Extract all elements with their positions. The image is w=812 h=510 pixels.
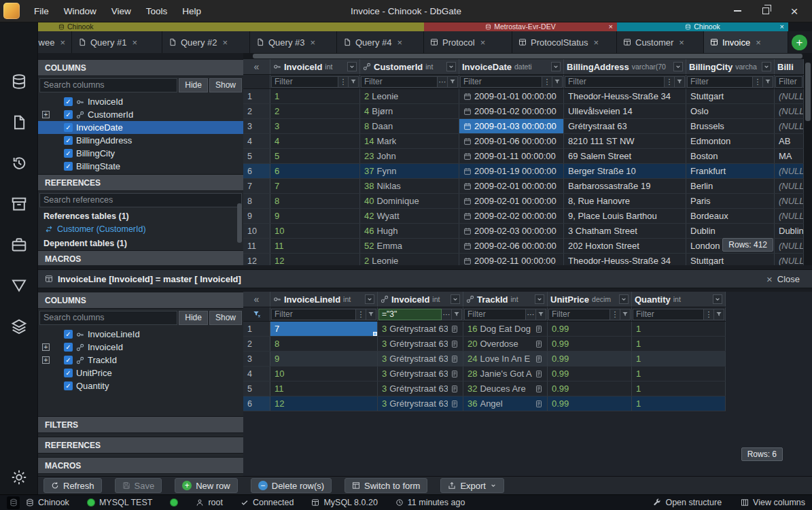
cell-trackid[interactable]: 24Love In An E [463,352,548,366]
menu-tools[interactable]: Tools [139,0,175,22]
expand-plus-icon[interactable]: + [42,356,50,364]
filter-input[interactable]: Filter [271,309,356,320]
cell-billi[interactable]: (NULL) [775,179,804,193]
row-number[interactable]: 5 [243,149,270,163]
cell-billi[interactable]: (NULL) [775,119,804,133]
cell-invoiceid[interactable]: 5 [270,149,360,163]
cell-customerid[interactable]: 46Hugh [360,224,459,238]
column-header-invoiceid[interactable]: InvoiceIdint [270,59,360,74]
cell-invoiceid[interactable]: 3Grétrystraat 63 [378,367,463,381]
cell-invoiceid[interactable]: 10 [270,224,360,238]
tab-invoice[interactable]: Invoice× [704,31,788,53]
filter-menu-button[interactable]: ⋯ [442,309,452,320]
tab-group-1-chinook[interactable]: Chinook [38,22,424,31]
filter-funnel-button[interactable] [349,76,359,88]
cell-billingaddress[interactable]: 69 Salem Street [564,149,686,163]
cell-invoiceid[interactable]: 8 [270,194,360,208]
cell-billingcity[interactable]: Dublin [686,224,775,238]
show-button-detail[interactable]: Show [209,311,242,325]
filter-menu-button[interactable]: ⋮ [542,76,552,88]
cell-invoiceid[interactable]: 3Grétrystraat 63 [378,352,463,366]
cell-invoicedate[interactable]: 2009-02-01 00:00:00 [459,179,564,193]
column-menu-chevron[interactable] [673,62,683,71]
fill-handle[interactable] [373,332,377,336]
cell-unitprice[interactable]: 0.99 [548,381,632,396]
cell-billi[interactable]: (NULL) [775,164,804,178]
cell-invoiceid[interactable]: 3Grétrystraat 63 [378,381,463,396]
row-number[interactable]: 4 [243,134,270,148]
row-number[interactable]: 4 [243,367,270,381]
cell-unitprice[interactable]: 0.99 [548,396,632,411]
column-item-customerid[interactable]: +✓CustomerId [38,108,243,121]
row-number[interactable]: 9 [243,209,270,223]
restore-button[interactable] [755,1,777,21]
sidebar-database-button[interactable] [0,71,38,92]
cell-invoiceid[interactable]: 3Grétrystraat 63 [378,322,463,336]
close-tab-icon[interactable]: × [310,37,315,48]
sidebar-archive-button[interactable] [0,194,38,214]
cell-invoicedate[interactable]: 2009-01-01 00:00:00 [459,89,564,103]
cell-billingcity[interactable]: Stuttgart [686,89,775,103]
cell-quantity[interactable]: 1 [632,322,726,336]
row-number[interactable]: 2 [243,337,270,351]
cell-billi[interactable]: (NULL) [775,209,804,223]
cell-billi[interactable]: (NULL) [775,194,804,208]
new-tab-button[interactable]: + [792,35,807,50]
filter-input[interactable]: Filter [565,76,665,88]
cell-billingcity[interactable]: Brussels [686,119,775,133]
filter-input[interactable]: Filter [460,76,542,88]
checkbox[interactable]: ✓ [64,330,73,339]
column-item-invoicelineid[interactable]: ✓InvoiceLineId [38,328,243,341]
cell-invoicelineid[interactable]: 12 [270,396,378,411]
column-item-billingcity[interactable]: ✓BillingCity [38,147,243,160]
export-button[interactable]: Export [440,478,504,493]
cell-quantity[interactable]: 1 [632,367,726,381]
close-detail-button[interactable]: × Close [766,274,805,284]
tab-protocol[interactable]: Protocol× [424,31,512,53]
filter-input[interactable]: ="3" [378,309,442,320]
cell-customerid[interactable]: 14Mark [360,134,459,148]
column-menu-chevron[interactable] [446,62,456,71]
checkbox[interactable]: ✓ [64,356,73,364]
cell-billingcity[interactable]: Edmonton [686,134,775,148]
expand-plus-icon[interactable]: + [42,343,50,351]
search-columns-input-detail[interactable] [39,311,177,325]
cell-billingaddress[interactable]: Berger Straße 10 [564,164,686,178]
cell-invoiceid[interactable]: 4 [270,134,360,148]
cell-invoicedate[interactable]: 2009-01-11 00:00:00 [459,149,564,163]
tab-customer[interactable]: Customer× [617,31,704,53]
cell-invoicedate[interactable]: 2009-01-02 00:00:00 [459,104,564,118]
column-item-invoicedate[interactable]: ✓InvoiceDate [38,121,243,134]
cell-invoicelineid[interactable]: 7 [270,322,378,336]
references-section-header[interactable]: REFERENCES [38,174,243,191]
cell-trackid[interactable]: 36Angel [463,396,548,411]
show-button[interactable]: Show [209,78,242,92]
column-menu-chevron[interactable] [451,294,460,304]
cell-billingcity[interactable]: Berlin [686,179,775,193]
checkbox[interactable]: ✓ [64,369,73,377]
close-tab-icon[interactable]: × [679,37,684,48]
filter-funnel-button[interactable] [620,309,631,320]
column-item-trackid[interactable]: +✓TrackId [38,354,243,367]
cell-invoiceid[interactable]: 7 [270,179,360,193]
sidebar-settings-button[interactable] [0,467,38,488]
cell-quantity[interactable]: 1 [632,337,726,351]
cell-customerid[interactable]: 42Wyatt [360,209,459,223]
filter-menu-button[interactable]: ⋮ [610,309,620,320]
filter-menu-button[interactable]: ⋯ [438,76,448,88]
close-group-icon[interactable]: × [609,22,613,31]
tab-query-3[interactable]: Query #3× [250,31,337,53]
column-item-billingstate[interactable]: ✓BillingState [38,160,243,173]
checkbox[interactable]: ✓ [64,343,73,352]
menu-view[interactable]: View [104,0,139,22]
filter-input[interactable]: Filter [633,309,704,320]
hscroll-thumb[interactable] [253,54,802,58]
cell-billi[interactable]: MA [775,149,804,163]
tab-wee[interactable]: wee× [38,31,72,53]
cell-invoicelineid[interactable]: 9 [270,352,378,366]
cell-billingaddress[interactable]: Theodor-Heuss-Straße 34 [564,89,686,103]
sidebar-history-button[interactable] [0,153,38,173]
filter-funnel-button[interactable] [536,309,546,320]
filter-menu-button[interactable]: ⋮ [665,76,675,88]
column-menu-chevron[interactable] [347,62,357,71]
